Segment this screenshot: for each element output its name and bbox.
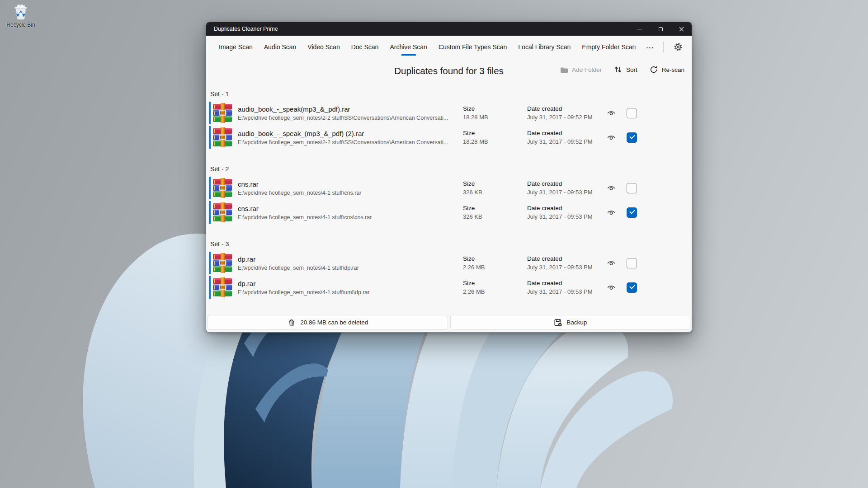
size-value: 2.26 MB [463, 264, 527, 271]
select-file-checkbox[interactable] [627, 183, 637, 193]
duplicate-file-row: cns.rar E:\vpc\drive f\college_sem_notes… [209, 177, 689, 199]
date-created-value: July 31, 2017 - 09:52 PM [527, 114, 607, 121]
winrar-archive-icon [212, 103, 232, 123]
size-label: Size [463, 130, 527, 136]
eye-preview-icon [607, 283, 616, 292]
close-icon [679, 27, 684, 32]
file-path: E:\vpc\drive f\college_sem_notes\4-1 stu… [238, 265, 463, 271]
winrar-archive-icon [212, 277, 232, 297]
eye-preview-icon [607, 183, 616, 192]
duplicate-file-row: audio_book_-_speak_(mp3_&_pdf) (2).rar E… [209, 126, 689, 149]
date-created-value: July 31, 2017 - 09:52 PM [527, 138, 607, 145]
select-file-checkbox[interactable] [627, 258, 637, 268]
backup-save-icon [553, 318, 562, 327]
sort-arrows-icon [613, 65, 623, 74]
date-created-label: Date created [527, 255, 607, 262]
file-name: dp.rar [238, 280, 463, 287]
duplicates-cleaner-window: Duplicates Cleaner Prime Image Scan Audi… [206, 22, 692, 333]
folder-icon [560, 66, 568, 74]
backup-button[interactable]: Backup [450, 315, 691, 330]
rescan-button[interactable]: Re-scan [649, 65, 684, 74]
titlebar[interactable]: Duplicates Cleaner Prime [206, 22, 692, 36]
date-created-value: July 31, 2017 - 09:53 PM [527, 189, 607, 196]
size-value: 2.26 MB [463, 288, 527, 295]
file-name: cns.rar [238, 205, 463, 212]
tabbar-divider [663, 42, 664, 52]
set-label: Set - 2 [210, 165, 689, 173]
size-label: Size [463, 280, 527, 286]
preview-button[interactable] [607, 183, 627, 192]
size-value: 18.28 MB [463, 114, 527, 121]
delete-button[interactable]: 20.86 MB can be deleted [208, 315, 448, 330]
file-path: E:\vpc\drive f\college_sem_notes\4-1 stu… [238, 190, 463, 196]
delete-label: 20.86 MB can be deleted [300, 319, 368, 326]
size-value: 326 KB [463, 189, 527, 196]
winrar-archive-icon [212, 202, 232, 222]
close-button[interactable] [671, 22, 692, 36]
file-name: cns.rar [238, 180, 463, 188]
settings-button[interactable] [674, 42, 683, 52]
set-label: Set - 1 [210, 90, 689, 98]
footer-actions: 20.86 MB can be deleted Backup [208, 315, 690, 330]
size-value: 18.28 MB [463, 138, 527, 145]
tab-custom-file-types-scan[interactable]: Custom File Types Scan [433, 40, 512, 54]
tab-empty-folder-scan[interactable]: Empty Folder Scan [576, 40, 641, 54]
tab-local-library-scan[interactable]: Local Library Scan [513, 40, 576, 54]
sort-button[interactable]: Sort [613, 65, 637, 74]
select-file-checkbox[interactable] [627, 108, 637, 118]
preview-button[interactable] [607, 133, 627, 142]
eye-preview-icon [607, 208, 616, 217]
file-name: dp.rar [238, 255, 463, 263]
duplicate-sets-list: Set - 1 audio_book_-_speak(mp3_&_pdf).ra… [206, 90, 692, 299]
tabs-overflow-button[interactable]: ... [642, 39, 659, 55]
size-value: 326 KB [463, 213, 527, 220]
recycle-bin-shortcut[interactable]: Recycle Bin [3, 3, 39, 28]
add-folder-label: Add Folder [572, 66, 602, 73]
file-name: audio_book_-_speak_(mp3_&_pdf) (2).rar [238, 130, 463, 137]
select-file-checkbox[interactable] [627, 207, 637, 218]
minimize-icon [637, 29, 642, 29]
size-label: Size [463, 255, 527, 262]
tab-archive-scan[interactable]: Archive Scan [384, 40, 432, 54]
sort-label: Sort [626, 66, 637, 73]
select-file-checkbox[interactable] [627, 132, 637, 143]
preview-button[interactable] [607, 108, 627, 117]
minimize-button[interactable] [629, 22, 650, 36]
date-created-value: July 31, 2017 - 09:53 PM [527, 288, 607, 295]
file-path: E:\vpc\drive f\college_sem_notes\2-2 stu… [238, 139, 463, 145]
backup-label: Backup [566, 319, 587, 326]
maximize-icon [659, 27, 663, 31]
maximize-button[interactable] [650, 22, 671, 36]
file-name: audio_book_-_speak(mp3_&_pdf).rar [238, 105, 463, 113]
winrar-archive-icon [212, 127, 232, 147]
file-path: E:\vpc\drive f\college_sem_notes\2-2 stu… [238, 115, 463, 121]
duplicate-file-row: cns.rar E:\vpc\drive f\college_sem_notes… [209, 201, 689, 224]
file-path: E:\vpc\drive f\college_sem_notes\4-1 stu… [238, 214, 463, 221]
duplicate-file-row: dp.rar E:\vpc\drive f\college_sem_notes\… [209, 276, 689, 299]
recycle-bin-label: Recycle Bin [3, 22, 39, 28]
date-created-label: Date created [527, 280, 607, 286]
eye-preview-icon [607, 258, 616, 267]
add-folder-button[interactable]: Add Folder [560, 66, 602, 74]
size-label: Size [463, 105, 527, 112]
window-title: Duplicates Cleaner Prime [214, 26, 278, 32]
preview-button[interactable] [607, 208, 627, 217]
tab-image-scan[interactable]: Image Scan [213, 40, 258, 54]
tab-audio-scan[interactable]: Audio Scan [259, 40, 302, 54]
duplicate-file-row: audio_book_-_speak(mp3_&_pdf).rar E:\vpc… [209, 102, 689, 124]
tab-doc-scan[interactable]: Doc Scan [346, 40, 384, 54]
duplicate-file-row: dp.rar E:\vpc\drive f\college_sem_notes\… [209, 252, 689, 274]
select-file-checkbox[interactable] [627, 282, 637, 293]
trash-icon [287, 318, 296, 327]
rescan-label: Re-scan [662, 66, 684, 73]
winrar-archive-icon [212, 253, 232, 273]
file-path: E:\vpc\drive f\college_sem_notes\4-1 stu… [238, 289, 463, 296]
size-label: Size [463, 180, 527, 187]
preview-button[interactable] [607, 283, 627, 292]
tab-video-scan[interactable]: Video Scan [302, 40, 345, 54]
date-created-label: Date created [527, 180, 607, 187]
preview-button[interactable] [607, 258, 627, 267]
refresh-icon [649, 65, 658, 74]
size-label: Size [463, 205, 527, 211]
date-created-value: July 31, 2017 - 09:53 PM [527, 213, 607, 220]
